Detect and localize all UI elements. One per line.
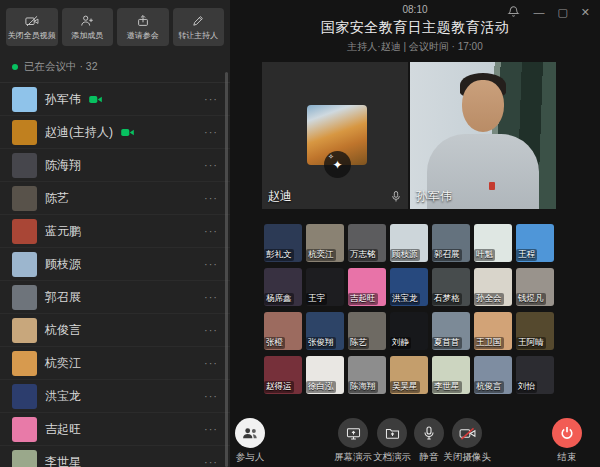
participant-name: 杭奕江 [45,355,81,372]
grid-tile[interactable]: 洪宝龙 [390,268,428,306]
grid-tile[interactable]: 王程 [516,224,554,262]
more-icon[interactable]: ··· [204,160,218,171]
more-icon[interactable]: ··· [204,358,218,369]
tile-name: 刘静 [390,337,411,349]
tile-name: 郭召展 [432,249,462,261]
more-icon[interactable]: ··· [204,391,218,402]
more-icon[interactable]: ··· [204,94,218,105]
participant-row[interactable]: 蓝元鹏 ··· [0,215,230,248]
grid-tile[interactable]: 吴昊星 [390,356,428,394]
transfer-host-button[interactable]: 转让主持人 [173,8,225,46]
meeting-status: 已在会议中 · 32 [0,53,230,83]
participants-button[interactable]: 参与人 [215,418,285,464]
tile-name: 王阿晴 [516,337,546,349]
person-add-icon [80,14,94,28]
grid-tile[interactable]: 孙全会 [474,268,512,306]
grid-tile[interactable]: 杨席鑫 [264,268,302,306]
tile-name: 彭礼文 [264,249,294,261]
grid-tile[interactable]: 徐白泓 [306,356,344,394]
close-icon[interactable]: ✕ [581,6,590,18]
grid-tile[interactable]: 刘静 [390,312,428,350]
participant-row[interactable]: 郭召展 ··· [0,281,230,314]
video-feed-host[interactable]: ✦ 赵迪 [262,62,408,209]
tile-name: 顾枝源 [390,249,420,261]
participant-row[interactable]: 赵迪(主持人) ··· [0,116,230,149]
tile-name: 王卫国 [474,337,504,349]
participant-name: 洪宝龙 [45,388,81,405]
grid-tile[interactable]: 吉起旺 [348,268,386,306]
more-icon[interactable]: ··· [204,127,218,138]
participant-row[interactable]: 杭俊言 ··· [0,314,230,347]
tile-name: 张橙 [264,337,285,349]
tile-name: 王宇 [306,293,327,305]
video-feed-speaker[interactable]: 孙军伟 [410,62,556,209]
grid-tile[interactable]: 刘怡 [516,356,554,394]
status-text: 已在会议中 · 32 [24,60,98,74]
grid-tile[interactable]: 杭俊言 [474,356,512,394]
tile-name: 李世星 [432,381,462,393]
bell-icon[interactable] [507,5,520,18]
tile-name: 杭俊言 [474,381,504,393]
grid-tile[interactable]: 赵得运 [264,356,302,394]
avatar [12,219,37,244]
grid-tile[interactable]: 张橙 [264,312,302,350]
grid-tile[interactable]: 顾枝源 [390,224,428,262]
camera-off-button[interactable]: 关闭摄像头 [432,418,502,464]
sidebar-scrollbar[interactable] [225,72,228,467]
grid-tile[interactable]: 叶魁 [474,224,512,262]
participant-row[interactable]: 孙军伟 ··· [0,83,230,116]
avatar [12,384,37,409]
tile-name: 叶魁 [474,249,495,261]
more-icon[interactable]: ··· [204,259,218,270]
grid-tile[interactable]: 陈艺 [348,312,386,350]
grid-tile[interactable]: 李世星 [432,356,470,394]
toolbar-label: 结束 [558,451,577,464]
grid-tile[interactable]: 王宇 [306,268,344,306]
grid-tile[interactable]: 石梦格 [432,268,470,306]
grid-tile[interactable]: 钱煜凡 [516,268,554,306]
more-icon[interactable]: ··· [204,226,218,237]
invite-button[interactable]: 邀请参会 [117,8,169,46]
sparkle-glyph: ✦ [332,158,342,172]
grid-tile[interactable]: 张俊翔 [306,312,344,350]
minimize-icon[interactable]: — [533,6,544,18]
close-all-video-button[interactable]: 关闭全员视频 [6,8,58,46]
lapel-pin [489,182,495,190]
sidebar-action-bar: 关闭全员视频 添加成员 邀请参会 转让主持人 [0,0,230,53]
add-member-button[interactable]: 添加成员 [62,8,114,46]
grid-tile[interactable]: 彭礼文 [264,224,302,262]
grid-tile[interactable]: 王阿晴 [516,312,554,350]
grid-tile[interactable]: 郭召展 [432,224,470,262]
participant-row[interactable]: 陈艺 ··· [0,182,230,215]
participant-row[interactable]: 陈海翔 ··· [0,149,230,182]
tile-name: 吉起旺 [348,293,378,305]
participant-list: 孙军伟 ··· 赵迪(主持人) ··· 陈海翔 ··· 陈艺 ··· [0,83,230,467]
grid-tile[interactable]: 陈海翔 [348,356,386,394]
grid-tile[interactable]: 万志铭 [348,224,386,262]
grid-tile[interactable]: 杭奕江 [306,224,344,262]
video-stage: ✦ 赵迪 孙军伟 [262,62,556,209]
tile-name: 孙全会 [474,293,504,305]
end-meeting-button[interactable]: 结束 [532,418,600,464]
action-label: 关闭全员视频 [8,30,56,41]
more-icon[interactable]: ··· [204,292,218,303]
camera-off-slash-icon [459,427,476,440]
participant-row[interactable]: 洪宝龙 ··· [0,380,230,413]
more-icon[interactable]: ··· [204,325,218,336]
tile-name: 钱煜凡 [516,293,546,305]
grid-tile[interactable]: 夏苜苜 [432,312,470,350]
more-icon[interactable]: ··· [204,193,218,204]
tile-name: 张俊翔 [306,337,336,349]
maximize-icon[interactable]: ▢ [557,6,567,18]
participant-row[interactable]: 杭奕江 ··· [0,347,230,380]
participant-row[interactable]: 顾枝源 ··· [0,248,230,281]
action-label: 添加成员 [71,30,103,41]
tile-name: 洪宝龙 [390,293,420,305]
speaker-silhouette [462,80,504,132]
tile-name: 赵得运 [264,381,294,393]
participant-name: 郭召展 [45,289,81,306]
meeting-window: 关闭全员视频 添加成员 邀请参会 转让主持人 已在会议中 · 32 孙军伟 [0,0,600,467]
participant-name: 孙军伟 [45,91,81,108]
camera-off-icon [25,14,39,28]
grid-tile[interactable]: 王卫国 [474,312,512,350]
